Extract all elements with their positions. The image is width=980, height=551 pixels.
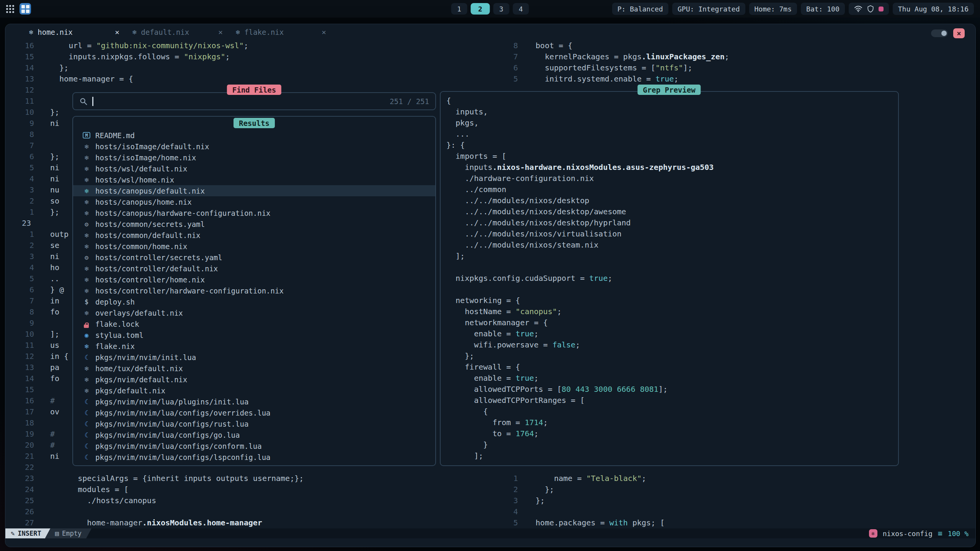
code-text: se	[50, 240, 59, 251]
code-line[interactable]: 7 kernelPackages = pkgs.linuxPackages_ze…	[498, 51, 729, 62]
close-icon[interactable]: ×	[322, 28, 326, 37]
code-text: ni	[50, 118, 59, 129]
code-line[interactable]: 1 name = "Tela-black";	[498, 473, 665, 484]
code-text: specialArgs = {inherit inputs outputs us…	[50, 473, 304, 484]
tab-default.nix[interactable]: ❄default.nix×	[132, 28, 223, 37]
code-line[interactable]: 6 supportedFilesystems = ["ntfs"];	[498, 62, 729, 73]
finder-title: Find Files	[232, 86, 276, 94]
workspace-switcher: 1234	[451, 3, 529, 15]
tab-label: home.nix	[38, 28, 73, 36]
line-number: 17	[16, 406, 34, 417]
preview-line: networking = {	[446, 295, 714, 306]
code-text: ni	[50, 162, 59, 173]
result-item[interactable]: ☾pkgs/nvim/nvim/init.lua	[73, 352, 435, 363]
result-item[interactable]: ❄flake.nix	[73, 341, 435, 352]
code-line[interactable]: 8 boot = {	[498, 40, 729, 51]
nix-icon: ❄	[82, 365, 91, 372]
result-item[interactable]: ❄overlays/default.nix	[73, 307, 435, 318]
search-icon	[79, 97, 88, 106]
code-line[interactable]: 14 };	[16, 62, 304, 73]
status-chip: P: Balanced	[612, 3, 668, 15]
result-item[interactable]: flake.lock	[73, 318, 435, 329]
app-logo-icon[interactable]	[20, 3, 31, 15]
result-item[interactable]: ❄hosts/controller/default.nix	[73, 263, 435, 274]
right-editor-pane-bottom[interactable]: 1 name = "Tela-black";2 };3 };4 5 home.p…	[498, 473, 665, 528]
code-line[interactable]: 3 };	[498, 495, 665, 506]
preview-line: ];	[446, 450, 714, 461]
file-name: pkgs/nvim/default.nix	[95, 375, 187, 384]
nix-icon: ❄	[82, 387, 91, 395]
line-number: 10	[16, 107, 34, 118]
result-item[interactable]: ❄hosts/isoImage/default.nix	[73, 141, 435, 152]
code-text: ..	[50, 273, 59, 284]
result-item[interactable]: ⚙hosts/controller/secrets.yaml	[73, 252, 435, 263]
code-text	[50, 218, 55, 229]
result-item[interactable]: ☾pkgs/nvim/nvim/lua/plugins/init.lua	[73, 396, 435, 407]
tray-icons-chip[interactable]	[849, 3, 889, 15]
result-item[interactable]: ❄hosts/wsl/home.nix	[73, 174, 435, 185]
result-item[interactable]: ⚙hosts/common/secrets.yaml	[73, 218, 435, 230]
result-item[interactable]: ☾pkgs/nvim/nvim/lua/configs/go.lua	[73, 429, 435, 440]
result-item[interactable]: ❄hosts/canopus/hardware-configuration.ni…	[73, 207, 435, 218]
code-line[interactable]: 2 };	[498, 484, 665, 495]
pencil-icon: ✎	[11, 530, 15, 537]
close-icon[interactable]: ×	[115, 28, 119, 37]
tab-home.nix[interactable]: ❄home.nix×	[29, 28, 119, 37]
result-item[interactable]: ❄hosts/common/default.nix	[73, 230, 435, 241]
preview-title-badge: Grep Preview	[637, 85, 701, 95]
code-text: ni	[50, 451, 59, 462]
result-item[interactable]: $deploy.sh	[73, 296, 435, 307]
result-item[interactable]: ❄hosts/canopus/default.nix	[73, 185, 435, 196]
file-name: overlays/default.nix	[95, 309, 183, 317]
app-launcher-icon[interactable]	[6, 5, 14, 13]
result-item[interactable]: ☾pkgs/nvim/nvim/lua/configs/rust.lua	[73, 418, 435, 429]
result-item[interactable]: ❄hosts/common/home.nix	[73, 241, 435, 252]
result-item[interactable]: ❄hosts/isoImage/home.nix	[73, 152, 435, 163]
file-name: hosts/common/default.nix	[95, 231, 201, 240]
line-number: 12	[16, 85, 34, 96]
result-item[interactable]: ☾pkgs/nvim/nvim/lua/configs/lspconfig.lu…	[73, 452, 435, 463]
result-item[interactable]: ❄hosts/wsl/default.nix	[73, 163, 435, 174]
result-item[interactable]: ❄hosts/controller/home.nix	[73, 274, 435, 285]
result-item[interactable]: ◉stylua.toml	[73, 329, 435, 341]
file-name: hosts/isoImage/home.nix	[95, 153, 196, 162]
workspace-button-4[interactable]: 4	[513, 3, 529, 15]
code-line[interactable]: 4	[498, 506, 665, 517]
result-item[interactable]: ❄pkgs/default.nix	[73, 385, 435, 396]
code-line[interactable]: 27 home-manager.nixosModules.home-manage…	[16, 517, 304, 528]
code-line[interactable]: 16 url = "github:nix-community/nixos-wsl…	[16, 40, 304, 51]
workspace-button-3[interactable]: 3	[493, 3, 510, 15]
result-item[interactable]: ❄hosts/controller/hardware-configuration…	[73, 285, 435, 296]
result-item[interactable]: ☾pkgs/nvim/nvim/lua/configs/conform.lua	[73, 440, 435, 452]
window-close-button[interactable]: ×	[953, 28, 965, 38]
file-name: hosts/canopus/default.nix	[95, 187, 205, 195]
code-line[interactable]: 24 modules = [	[16, 484, 304, 495]
code-text: home.packages = with pkgs; [	[526, 517, 665, 528]
file-name: pkgs/nvim/nvim/lua/configs/overrides.lua	[95, 409, 271, 417]
toggle-switch[interactable]	[931, 29, 948, 37]
workspace-button-1[interactable]: 1	[451, 3, 467, 15]
workspace-button-2[interactable]: 2	[471, 3, 490, 15]
finder-search-box[interactable]: 251 / 251	[72, 92, 436, 110]
tab-flake.nix[interactable]: ❄flake.nix×	[236, 28, 326, 37]
file-name: hosts/canopus/home.nix	[95, 198, 192, 206]
result-item[interactable]: ❄home/tux/default.nix	[73, 363, 435, 374]
code-line[interactable]: 13 home-manager = {	[16, 73, 304, 85]
close-icon[interactable]: ×	[218, 28, 223, 37]
right-editor-pane-top[interactable]: 8 boot = {7 kernelPackages = pkgs.linuxP…	[498, 40, 729, 85]
result-item[interactable]: ❄pkgs/nvim/default.nix	[73, 374, 435, 385]
code-text: pa	[50, 362, 59, 373]
grep-preview-panel: { inputs, pkgs, ...}: { imports = [ inpu…	[440, 91, 899, 466]
code-line[interactable]: 23 specialArgs = {inherit inputs outputs…	[16, 473, 304, 484]
result-item[interactable]: ❄hosts/canopus/home.nix	[73, 196, 435, 207]
code-line[interactable]: 26	[16, 506, 304, 517]
code-line[interactable]: 5 home.packages = with pkgs; [	[498, 517, 665, 528]
result-item[interactable]: MREADME.md	[73, 130, 435, 141]
result-item[interactable]: ☾pkgs/nvim/nvim/lua/configs/overrides.lu…	[73, 407, 435, 418]
code-line[interactable]: 25 ./hosts/canopus	[16, 495, 304, 506]
code-line[interactable]: 15 inputs.nixpkgs.follows = "nixpkgs";	[16, 51, 304, 62]
code-text: };	[50, 207, 59, 218]
code-line[interactable]: 5 initrd.systemd.enable = true;	[498, 73, 729, 85]
tab-label: default.nix	[141, 28, 189, 36]
line-number: 6	[16, 284, 34, 295]
